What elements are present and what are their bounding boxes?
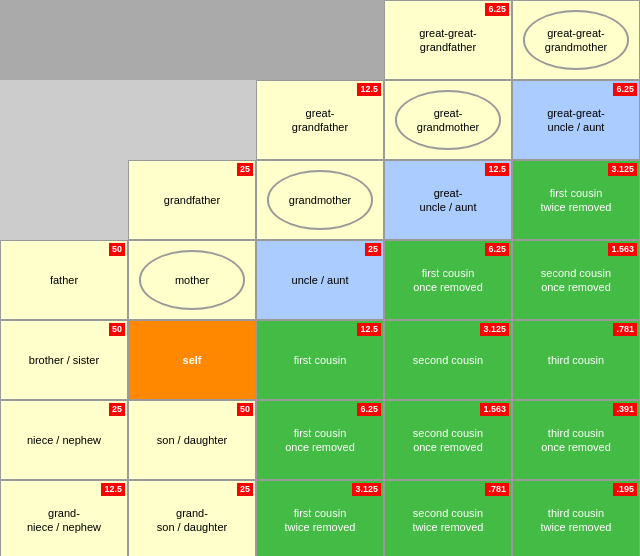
cell-r5c3: 1.563 second cousinonce removed — [384, 400, 512, 480]
badge-r4c0: 50 — [109, 323, 125, 336]
badge-r1c2: 12.5 — [357, 83, 381, 96]
cell-r2c4: 3.125 first cousintwice removed — [512, 160, 640, 240]
cell-r1c4: 6.25 great-great-uncle / aunt — [512, 80, 640, 160]
badge-r3c3: 6.25 — [485, 243, 509, 256]
label-r4c4: third cousin — [548, 353, 604, 367]
label-r0c4: great-great-grandmother — [545, 26, 607, 55]
badge-r2c1: 25 — [237, 163, 253, 176]
label-r6c0: grand-niece / nephew — [27, 506, 101, 535]
oval-r3c1: mother — [139, 250, 245, 310]
label-r4c3: second cousin — [413, 353, 483, 367]
badge-r1c4: 6.25 — [613, 83, 637, 96]
cell-r5c2: 6.25 first cousinonce removed — [256, 400, 384, 480]
cell-r1c3: great-grandmother — [384, 80, 512, 160]
cell-r6c0: 12.5 grand-niece / nephew — [0, 480, 128, 556]
label-r5c4: third cousinonce removed — [541, 426, 611, 455]
label-r4c2: first cousin — [294, 353, 347, 367]
label-r3c1: mother — [175, 273, 209, 287]
cell-r6c2: 3.125 first cousintwice removed — [256, 480, 384, 556]
cell-r3c4: 1.563 second cousinonce removed — [512, 240, 640, 320]
badge-r6c1: 25 — [237, 483, 253, 496]
label-r4c1: self — [183, 353, 202, 367]
label-r2c4: first cousintwice removed — [541, 186, 612, 215]
label-r1c3: great-grandmother — [417, 106, 479, 135]
cell-r3c2: 25 uncle / aunt — [256, 240, 384, 320]
cell-r2c0 — [0, 160, 128, 240]
badge-r4c2: 12.5 — [357, 323, 381, 336]
label-r6c3: second cousintwice removed — [413, 506, 484, 535]
badge-r2c3: 12.5 — [485, 163, 509, 176]
label-r3c4: second cousinonce removed — [541, 266, 611, 295]
cell-r4c1: self — [128, 320, 256, 400]
label-r1c4: great-great-uncle / aunt — [547, 106, 604, 135]
cell-r5c4: .391 third cousinonce removed — [512, 400, 640, 480]
label-r6c4: third cousintwice removed — [541, 506, 612, 535]
badge-r5c0: 25 — [109, 403, 125, 416]
oval-r1c3: great-grandmother — [395, 90, 501, 150]
cell-r0c3: 6.25 great-great-grandfather — [384, 0, 512, 80]
badge-r2c4: 3.125 — [608, 163, 637, 176]
cell-r0c0 — [0, 0, 128, 80]
label-r4c0: brother / sister — [29, 353, 99, 367]
label-r2c2: grandmother — [289, 193, 351, 207]
label-r3c2: uncle / aunt — [292, 273, 349, 287]
badge-r6c2: 3.125 — [352, 483, 381, 496]
cell-r1c0 — [0, 80, 128, 160]
badge-r6c3: .781 — [485, 483, 509, 496]
cell-r1c2: 12.5 great-grandfather — [256, 80, 384, 160]
badge-r0c3: 6.25 — [485, 3, 509, 16]
badge-r6c4: .195 — [613, 483, 637, 496]
label-r3c3: first cousinonce removed — [413, 266, 483, 295]
badge-r5c4: .391 — [613, 403, 637, 416]
cell-r2c1: 25 grandfather — [128, 160, 256, 240]
label-r2c3: great-uncle / aunt — [420, 186, 477, 215]
cell-r2c3: 12.5 great-uncle / aunt — [384, 160, 512, 240]
cell-r0c2 — [256, 0, 384, 80]
label-r5c1: son / daughter — [157, 433, 227, 447]
cell-r5c0: 25 niece / nephew — [0, 400, 128, 480]
badge-r3c2: 25 — [365, 243, 381, 256]
cell-r0c4: great-great-grandmother — [512, 0, 640, 80]
cell-r6c3: .781 second cousintwice removed — [384, 480, 512, 556]
cell-r1c1 — [128, 80, 256, 160]
cell-r6c1: 25 grand-son / daughter — [128, 480, 256, 556]
oval-r2c2: grandmother — [267, 170, 373, 230]
cell-r4c0: 50 brother / sister — [0, 320, 128, 400]
oval-r0c4: great-great-grandmother — [523, 10, 629, 70]
cell-r3c1: mother — [128, 240, 256, 320]
cell-r2c2: grandmother — [256, 160, 384, 240]
cell-r0c1 — [128, 0, 256, 80]
label-r2c1: grandfather — [164, 193, 220, 207]
cell-r3c0: 50 father — [0, 240, 128, 320]
cell-r4c2: 12.5 first cousin — [256, 320, 384, 400]
label-r5c2: first cousinonce removed — [285, 426, 355, 455]
cell-r4c4: .781 third cousin — [512, 320, 640, 400]
label-r1c2: great-grandfather — [292, 106, 348, 135]
cell-r4c3: 3.125 second cousin — [384, 320, 512, 400]
cell-r5c1: 50 son / daughter — [128, 400, 256, 480]
relationship-grid: 6.25 great-great-grandfather great-great… — [0, 0, 640, 556]
label-r6c1: grand-son / daughter — [157, 506, 227, 535]
label-r5c0: niece / nephew — [27, 433, 101, 447]
badge-r4c4: .781 — [613, 323, 637, 336]
badge-r5c2: 6.25 — [357, 403, 381, 416]
label-r3c0: father — [50, 273, 78, 287]
badge-r3c4: 1.563 — [608, 243, 637, 256]
badge-r5c3: 1.563 — [480, 403, 509, 416]
label-r5c3: second cousinonce removed — [413, 426, 483, 455]
badge-r3c0: 50 — [109, 243, 125, 256]
cell-r6c4: .195 third cousintwice removed — [512, 480, 640, 556]
badge-r6c0: 12.5 — [101, 483, 125, 496]
badge-r5c1: 50 — [237, 403, 253, 416]
label-r0c3: great-great-grandfather — [419, 26, 476, 55]
badge-r4c3: 3.125 — [480, 323, 509, 336]
cell-r3c3: 6.25 first cousinonce removed — [384, 240, 512, 320]
label-r6c2: first cousintwice removed — [285, 506, 356, 535]
